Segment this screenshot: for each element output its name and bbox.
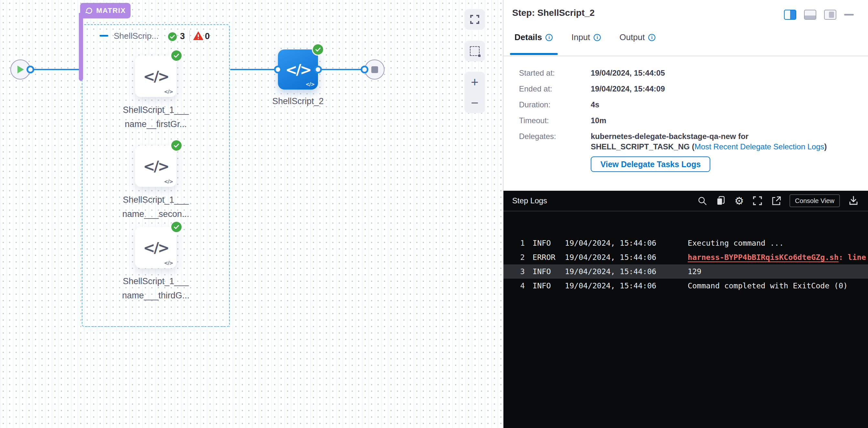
tab-details[interactable]: Details i xyxy=(515,32,553,42)
zoom-in-button[interactable]: + xyxy=(471,75,478,89)
matrix-group-box[interactable] xyxy=(82,24,230,327)
detail-label: Delegates: xyxy=(519,132,591,172)
log-level: INFO xyxy=(533,281,558,290)
panel-title: Step: ShellScript_2 xyxy=(512,8,595,18)
detail-label: Ended at: xyxy=(519,84,591,93)
step-in-port xyxy=(274,66,282,73)
info-icon[interactable]: i xyxy=(648,34,655,41)
success-badge xyxy=(170,139,183,152)
tab-input[interactable]: Input i xyxy=(571,32,601,42)
detail-row: Ended at: 19/04/2024, 15:44:09 xyxy=(519,84,856,93)
log-toolbar: Step Logs ⚙ xyxy=(503,191,868,211)
log-message-error-rest: : line xyxy=(839,253,866,262)
tab-details-label: Details xyxy=(515,32,542,42)
step-details-panel: Step: ShellScript_2 Details i Input i Ou… xyxy=(503,0,868,428)
tab-output-label: Output xyxy=(619,32,645,42)
download-icon xyxy=(848,196,858,206)
matrix-strip xyxy=(79,13,83,81)
canvas-zoom-control: + − xyxy=(464,72,485,113)
log-timestamp: 19/04/2024, 15:44:06 xyxy=(565,253,688,262)
detail-value: 19/04/2024, 15:44:05 xyxy=(591,68,665,78)
log-line[interactable]: 3 INFO 19/04/2024, 15:44:06 129 xyxy=(503,265,868,279)
log-level: INFO xyxy=(533,239,558,248)
log-message-error-file[interactable]: harness-BYPP4bBIRqisKCo6dteGZg.sh xyxy=(688,253,839,262)
delegate-task-type-close: ) xyxy=(825,142,827,151)
tabs-divider xyxy=(503,56,868,56)
detail-value: 19/04/2024, 15:44:09 xyxy=(591,84,665,93)
log-line-number: 1 xyxy=(503,239,525,248)
delegates-row: Delegates: kubernetes-delegate-backstage… xyxy=(519,132,856,172)
log-message: 129 xyxy=(688,267,701,276)
end-node-in-port xyxy=(361,66,368,73)
minimize-panel-button[interactable] xyxy=(844,14,854,16)
console-view-button[interactable]: Console View xyxy=(789,194,840,207)
details-section: Started at: 19/04/2024, 15:44:05 Ended a… xyxy=(519,68,856,179)
log-panel-title: Step Logs xyxy=(512,196,547,205)
detail-row: Timeout: 10m xyxy=(519,116,856,125)
log-fullscreen-button[interactable] xyxy=(753,196,762,206)
log-line[interactable]: 2 ERROR 19/04/2024, 15:44:06 harness-BYP… xyxy=(503,250,868,265)
log-settings-button[interactable]: ⚙ xyxy=(734,195,744,206)
delegate-task-type: SHELL_SCRIPT_TASK_NG ( xyxy=(591,142,694,151)
node-shellscript-2[interactable]: </> </> xyxy=(278,50,318,90)
edge-step-to-end xyxy=(317,69,365,70)
shell-script-icon: </> xyxy=(285,61,311,78)
layout-floating-button[interactable] xyxy=(824,10,836,20)
log-line-number: 4 xyxy=(503,281,525,290)
detail-row: Started at: 19/04/2024, 15:44:05 xyxy=(519,68,856,78)
log-body: 1 INFO 19/04/2024, 15:44:06 Executing co… xyxy=(503,236,868,293)
stop-icon xyxy=(371,66,378,73)
pipeline-execution-view: MATRIX ShellScrip... 3 0 </> </> ShellSc… xyxy=(0,0,868,428)
tab-input-label: Input xyxy=(571,32,590,42)
success-badge xyxy=(170,50,183,62)
log-timestamp: 19/04/2024, 15:44:06 xyxy=(565,281,688,290)
success-badge xyxy=(312,43,324,56)
zoom-out-button[interactable]: − xyxy=(471,96,478,109)
detail-value: 4s xyxy=(591,100,599,109)
external-link-icon xyxy=(771,196,781,206)
copy-icon xyxy=(716,195,725,206)
log-open-new-tab-button[interactable] xyxy=(771,196,781,206)
detail-label: Duration: xyxy=(519,100,591,109)
detail-row: Duration: 4s xyxy=(519,100,856,109)
delegate-selection-logs-link[interactable]: Most Recent Delegate Selection Logs xyxy=(694,142,825,151)
detail-value: 10m xyxy=(591,116,606,125)
log-message: Command completed with ExitCode (0) xyxy=(688,281,848,290)
matrix-badge[interactable]: MATRIX xyxy=(80,3,130,19)
log-download-button[interactable] xyxy=(848,196,858,206)
search-icon xyxy=(698,196,707,206)
matrix-badge-label: MATRIX xyxy=(96,6,126,15)
expand-icon xyxy=(753,196,762,206)
log-search-button[interactable] xyxy=(698,196,707,206)
canvas-marquee-select-button[interactable] xyxy=(464,41,485,61)
layout-bottom-button[interactable] xyxy=(804,10,816,20)
panel-layout-controls xyxy=(784,10,854,20)
log-level: INFO xyxy=(533,267,558,276)
log-timestamp: 19/04/2024, 15:44:06 xyxy=(565,267,688,276)
detail-label: Started at: xyxy=(519,68,591,78)
step-logs-console: Step Logs ⚙ xyxy=(503,191,868,428)
view-delegate-tasks-logs-button[interactable]: View Delegate Tasks Logs xyxy=(591,156,710,172)
log-copy-button[interactable] xyxy=(716,195,725,206)
log-line[interactable]: 4 INFO 19/04/2024, 15:44:06 Command comp… xyxy=(503,279,868,293)
canvas-fullscreen-button[interactable] xyxy=(464,9,485,30)
delegate-name: kubernetes-delegate-backstage-qa-new for xyxy=(591,132,827,141)
play-icon xyxy=(17,65,24,74)
success-badge xyxy=(170,221,183,233)
tab-output[interactable]: Output i xyxy=(619,32,655,42)
gear-icon: ⚙ xyxy=(734,195,744,206)
log-line-number: 3 xyxy=(503,267,525,276)
log-line[interactable]: 1 INFO 19/04/2024, 15:44:06 Executing co… xyxy=(503,236,868,250)
layout-split-right-button[interactable] xyxy=(784,10,796,20)
log-line-number: 2 xyxy=(503,253,525,262)
loop-icon xyxy=(85,7,93,14)
shell-script-type-icon: </> xyxy=(305,82,314,87)
info-icon[interactable]: i xyxy=(546,34,553,41)
marquee-select-icon xyxy=(470,46,479,56)
edge-matrix-to-step xyxy=(230,69,279,70)
detail-label: Timeout: xyxy=(519,116,591,125)
active-tab-underline xyxy=(510,53,558,55)
pipeline-canvas[interactable]: MATRIX ShellScrip... 3 0 </> </> ShellSc… xyxy=(0,0,503,428)
log-message: Executing command ... xyxy=(688,239,784,248)
info-icon[interactable]: i xyxy=(594,34,601,41)
